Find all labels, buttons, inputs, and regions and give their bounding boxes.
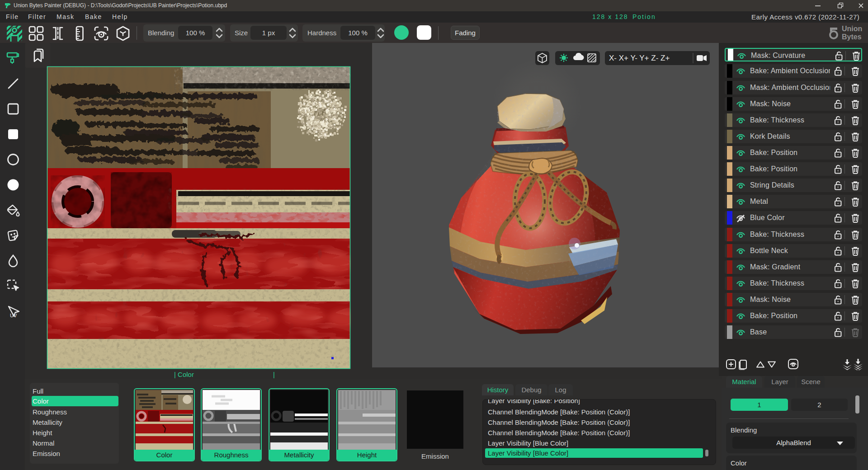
- svg-text:UV: UV: [10, 313, 17, 318]
- svg-text:X- X+ Y- Y+ Z- Z+: X- X+ Y- Y+ Z- Z+: [609, 54, 670, 62]
